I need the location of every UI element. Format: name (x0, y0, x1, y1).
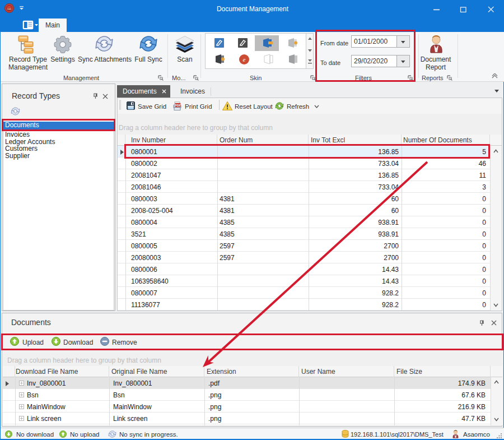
svg-text:PDF: PDF (175, 104, 181, 107)
svg-text:e: e (243, 56, 246, 63)
